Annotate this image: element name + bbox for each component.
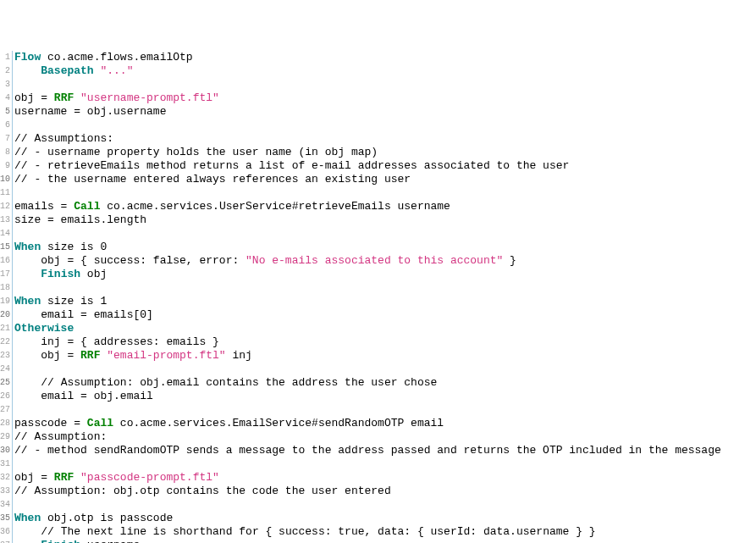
code-line[interactable]: When size is 0 xyxy=(13,241,756,254)
line-number: 10 xyxy=(0,173,13,186)
line-number: 21 xyxy=(0,322,13,335)
code-line[interactable]: // - method sendRandomOTP sends a messag… xyxy=(13,444,756,457)
line-number: 14 xyxy=(0,227,13,241)
token-str: "username-prompt.ftl" xyxy=(80,91,219,104)
code-line[interactable]: // - username property holds the user na… xyxy=(13,146,756,159)
code-line[interactable]: obj = { success: false, error: "No e-mai… xyxy=(13,254,756,268)
code-line[interactable]: Finish obj xyxy=(13,268,756,281)
token-txt: size is 0 xyxy=(41,241,107,253)
code-line[interactable] xyxy=(13,78,756,91)
token-txt xyxy=(74,91,80,104)
token-str: "passcode-prompt.ftl" xyxy=(80,471,219,484)
code-line[interactable]: When size is 1 xyxy=(13,295,756,308)
code-line[interactable]: Basepath "..." xyxy=(13,64,756,78)
token-cmt: // - method sendRandomOTP sends a messag… xyxy=(14,444,721,457)
code-line[interactable]: passcode = Call co.acme.services.EmailSe… xyxy=(13,417,756,430)
line-number: 17 xyxy=(0,268,13,281)
token-cmt: // Assumption: obj.otp contains the code… xyxy=(14,485,391,497)
token-str: "..." xyxy=(100,64,133,77)
token-txt: emails = xyxy=(14,200,74,213)
token-str: "No e-mails associated to this account" xyxy=(246,254,503,267)
token-txt: passcode = xyxy=(14,417,87,429)
code-lines[interactable]: Flow co.acme.flows.emailOtp Basepath "..… xyxy=(13,51,756,543)
code-line[interactable]: size = emails.length xyxy=(13,213,756,227)
code-line[interactable]: // Assumptions: xyxy=(13,132,756,146)
line-number: 31 xyxy=(0,457,13,471)
token-txt: inj xyxy=(226,349,252,362)
token-kw: When xyxy=(14,512,41,524)
line-number: 29 xyxy=(0,430,13,444)
token-cmt: // Assumption: obj.email contains the ad… xyxy=(41,376,437,389)
code-line[interactable]: emails = Call co.acme.services.UserServi… xyxy=(13,200,756,213)
line-number: 37 xyxy=(0,539,13,543)
line-number: 4 xyxy=(0,91,13,105)
code-line[interactable] xyxy=(13,498,756,512)
line-number: 20 xyxy=(0,308,13,322)
token-kw: When xyxy=(14,241,41,253)
line-number: 23 xyxy=(0,349,13,363)
token-cmt: // - the username entered always referen… xyxy=(14,173,411,186)
token-txt: co.acme.services.EmailService#sendRandom… xyxy=(113,417,444,429)
token-txt xyxy=(14,376,41,389)
line-number: 22 xyxy=(0,335,13,349)
line-number: 7 xyxy=(0,132,13,146)
code-line[interactable] xyxy=(13,281,756,295)
line-number: 11 xyxy=(0,186,13,200)
code-line[interactable]: email = obj.email xyxy=(13,390,756,403)
line-number: 34 xyxy=(0,498,13,512)
line-number: 8 xyxy=(0,146,13,159)
code-line[interactable]: Otherwise xyxy=(13,322,756,335)
code-line[interactable]: // Assumption: obj.email contains the ad… xyxy=(13,376,756,390)
token-txt: username xyxy=(80,539,140,543)
line-number: 27 xyxy=(0,403,13,417)
token-txt xyxy=(14,525,41,538)
code-line[interactable]: // Assumption: obj.otp contains the code… xyxy=(13,485,756,498)
code-line[interactable]: Finish username xyxy=(13,539,756,543)
token-txt: obj = xyxy=(14,471,54,484)
token-kw: Flow xyxy=(14,51,41,64)
token-txt: size = emails.length xyxy=(14,213,146,226)
line-number: 24 xyxy=(0,363,13,376)
line-number: 35 xyxy=(0,512,13,525)
code-line[interactable]: obj = RRF "passcode-prompt.ftl" xyxy=(13,471,756,485)
line-number: 32 xyxy=(0,471,13,485)
token-fn: RRF xyxy=(80,349,100,362)
token-txt xyxy=(74,471,80,484)
code-line[interactable]: // Assumption: xyxy=(13,430,756,444)
code-line[interactable] xyxy=(13,227,756,241)
token-txt: } xyxy=(503,254,516,267)
code-line[interactable]: When obj.otp is passcode xyxy=(13,512,756,525)
token-txt xyxy=(14,268,41,280)
line-number-gutter: 1234567891011121314151617181920212223242… xyxy=(0,51,13,543)
token-txt: co.acme.services.UserService#retrieveEma… xyxy=(100,200,450,213)
token-kw: Finish xyxy=(41,268,80,280)
code-line[interactable] xyxy=(13,119,756,132)
token-fn: Call xyxy=(74,200,100,213)
token-txt xyxy=(14,539,41,543)
code-line[interactable]: // - retrieveEmails method returns a lis… xyxy=(13,159,756,173)
line-number: 16 xyxy=(0,254,13,268)
code-line[interactable]: obj = RRF "email-prompt.ftl" inj xyxy=(13,349,756,363)
line-number: 6 xyxy=(0,119,13,132)
code-line[interactable]: username = obj.username xyxy=(13,105,756,119)
code-line[interactable] xyxy=(13,457,756,471)
line-number: 12 xyxy=(0,200,13,213)
code-line[interactable]: email = emails[0] xyxy=(13,308,756,322)
code-line[interactable]: obj = RRF "username-prompt.ftl" xyxy=(13,91,756,105)
code-line[interactable]: inj = { addresses: emails } xyxy=(13,335,756,349)
line-number: 19 xyxy=(0,295,13,308)
code-line[interactable] xyxy=(13,363,756,376)
code-line[interactable]: Flow co.acme.flows.emailOtp xyxy=(13,51,756,64)
code-line[interactable]: // The next line is shorthand for { succ… xyxy=(13,525,756,539)
token-txt: obj xyxy=(80,268,107,280)
token-kw: Finish xyxy=(41,539,80,543)
code-line[interactable] xyxy=(13,403,756,417)
code-line[interactable]: // - the username entered always referen… xyxy=(13,173,756,186)
token-kw: Basepath xyxy=(41,64,93,77)
line-number: 5 xyxy=(0,105,13,119)
token-txt: obj = { success: false, error: xyxy=(14,254,246,267)
code-line[interactable] xyxy=(13,186,756,200)
code-editor[interactable]: 1234567891011121314151617181920212223242… xyxy=(0,51,756,543)
token-txt: obj.otp is passcode xyxy=(41,512,173,524)
token-cmt: // Assumption: xyxy=(14,430,107,443)
